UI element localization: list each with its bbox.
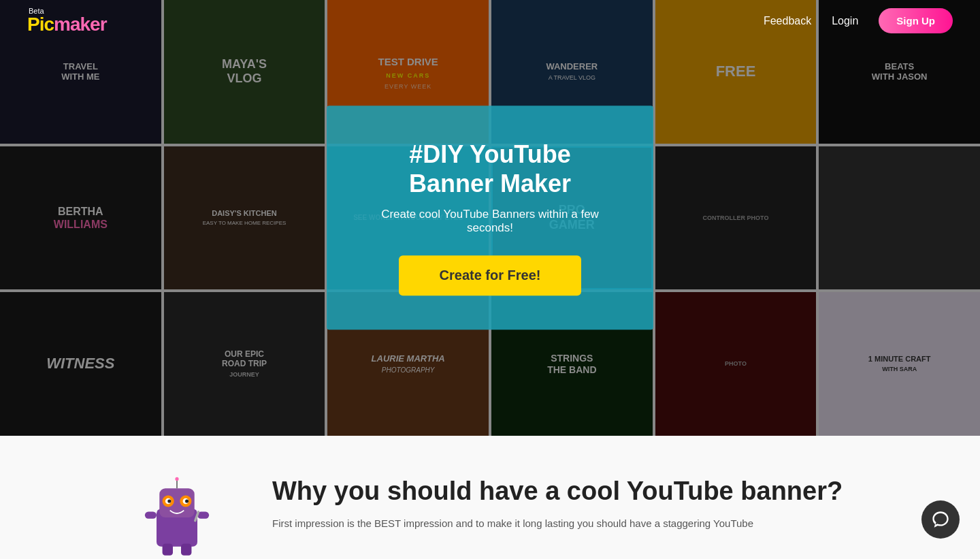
- logo[interactable]: Beta Picmaker: [27, 7, 107, 34]
- svg-point-9: [175, 477, 178, 481]
- hero-section: TRAVELWITH ME MAYA'SVLOG TEST DRIVENEW C…: [0, 0, 980, 436]
- why-section: Why you should have a cool YouTube banne…: [272, 477, 843, 532]
- svg-rect-10: [145, 511, 157, 518]
- svg-rect-13: [181, 544, 191, 556]
- logo-text: Picmaker: [27, 15, 107, 34]
- mascot-area: [136, 477, 238, 559]
- svg-rect-12: [163, 544, 173, 556]
- svg-point-6: [167, 499, 171, 502]
- hero-subtitle: Create cool YouTube Banners within a few…: [368, 208, 612, 236]
- why-description: First impression is the BEST impression …: [272, 515, 843, 532]
- svg-point-7: [185, 499, 189, 502]
- mascot-icon: [136, 477, 218, 558]
- hero-title: #DIY YouTube Banner Maker: [368, 140, 612, 198]
- below-hero-section: Why you should have a cool YouTube banne…: [0, 436, 980, 559]
- why-heading: Why you should have a cool YouTube banne…: [272, 477, 843, 506]
- chat-icon: [931, 510, 950, 529]
- signup-button[interactable]: Sign Up: [879, 8, 953, 33]
- create-free-button[interactable]: Create for Free!: [399, 256, 582, 296]
- nav-links: Feedback Login Sign Up: [764, 8, 953, 33]
- hero-card: #DIY YouTube Banner Maker Create cool Yo…: [327, 106, 653, 330]
- navbar: Beta Picmaker Feedback Login Sign Up: [0, 0, 980, 42]
- chat-button[interactable]: [921, 500, 960, 539]
- login-link[interactable]: Login: [832, 15, 858, 27]
- feedback-link[interactable]: Feedback: [764, 15, 811, 27]
